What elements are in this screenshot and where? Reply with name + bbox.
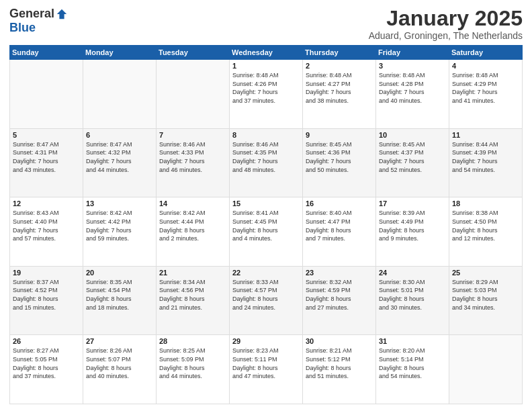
day-number: 12 xyxy=(13,199,80,208)
day-info: Sunrise: 8:46 AM Sunset: 4:33 PM Dayligh… xyxy=(159,140,226,174)
col-thursday: Thursday xyxy=(303,46,376,60)
calendar-week-row: 12Sunrise: 8:43 AM Sunset: 4:40 PM Dayli… xyxy=(10,197,523,267)
table-row: 2Sunrise: 8:48 AM Sunset: 4:27 PM Daylig… xyxy=(303,60,376,129)
day-info: Sunrise: 8:45 AM Sunset: 4:37 PM Dayligh… xyxy=(379,140,446,174)
day-number: 26 xyxy=(13,337,80,345)
day-number: 13 xyxy=(86,199,153,208)
day-number: 5 xyxy=(13,131,80,139)
table-row: 3Sunrise: 8:48 AM Sunset: 4:28 PM Daylig… xyxy=(376,60,449,129)
table-row: 27Sunrise: 8:26 AM Sunset: 5:07 PM Dayli… xyxy=(83,335,157,404)
day-number: 2 xyxy=(306,62,373,70)
table-row: 19Sunrise: 8:37 AM Sunset: 4:52 PM Dayli… xyxy=(10,266,83,335)
day-number: 6 xyxy=(86,131,153,139)
day-info: Sunrise: 8:20 AM Sunset: 5:14 PM Dayligh… xyxy=(379,347,446,380)
table-row: 6Sunrise: 8:47 AM Sunset: 4:32 PM Daylig… xyxy=(83,128,157,197)
table-row: 7Sunrise: 8:46 AM Sunset: 4:33 PM Daylig… xyxy=(157,128,230,197)
day-number: 31 xyxy=(379,337,446,345)
table-row: 30Sunrise: 8:21 AM Sunset: 5:12 PM Dayli… xyxy=(303,335,376,404)
day-number: 3 xyxy=(379,62,446,70)
day-number: 16 xyxy=(306,199,373,208)
table-row xyxy=(10,60,83,129)
day-info: Sunrise: 8:46 AM Sunset: 4:35 PM Dayligh… xyxy=(232,140,300,174)
calendar-week-row: 5Sunrise: 8:47 AM Sunset: 4:31 PM Daylig… xyxy=(10,128,523,197)
calendar-header-row: Sunday Monday Tuesday Wednesday Thursday… xyxy=(10,46,523,60)
day-info: Sunrise: 8:29 AM Sunset: 5:03 PM Dayligh… xyxy=(452,278,519,312)
svg-marker-0 xyxy=(57,9,66,18)
table-row: 10Sunrise: 8:45 AM Sunset: 4:37 PM Dayli… xyxy=(376,128,449,197)
day-info: Sunrise: 8:25 AM Sunset: 5:09 PM Dayligh… xyxy=(159,347,226,380)
day-info: Sunrise: 8:44 AM Sunset: 4:39 PM Dayligh… xyxy=(452,140,519,174)
table-row: 1Sunrise: 8:48 AM Sunset: 4:26 PM Daylig… xyxy=(230,60,303,129)
day-info: Sunrise: 8:41 AM Sunset: 4:45 PM Dayligh… xyxy=(232,209,300,242)
table-row: 11Sunrise: 8:44 AM Sunset: 4:39 PM Dayli… xyxy=(449,128,523,197)
day-number: 1 xyxy=(232,62,300,70)
table-row xyxy=(157,60,230,129)
table-row: 28Sunrise: 8:25 AM Sunset: 5:09 PM Dayli… xyxy=(157,335,230,404)
day-info: Sunrise: 8:23 AM Sunset: 5:11 PM Dayligh… xyxy=(232,347,300,380)
table-row: 12Sunrise: 8:43 AM Sunset: 4:40 PM Dayli… xyxy=(10,197,83,267)
day-number: 4 xyxy=(452,62,519,70)
day-number: 23 xyxy=(306,269,373,277)
header: General Blue January 2025 Aduard, Gronin… xyxy=(9,7,523,41)
col-monday: Monday xyxy=(83,46,157,60)
day-info: Sunrise: 8:37 AM Sunset: 4:52 PM Dayligh… xyxy=(13,278,80,312)
day-number: 19 xyxy=(13,269,80,277)
day-info: Sunrise: 8:33 AM Sunset: 4:57 PM Dayligh… xyxy=(232,278,300,312)
logo-icon xyxy=(56,8,68,20)
table-row: 16Sunrise: 8:40 AM Sunset: 4:47 PM Dayli… xyxy=(303,197,376,267)
day-info: Sunrise: 8:48 AM Sunset: 4:28 PM Dayligh… xyxy=(379,71,446,105)
table-row: 14Sunrise: 8:42 AM Sunset: 4:44 PM Dayli… xyxy=(157,197,230,267)
day-number: 25 xyxy=(452,269,519,277)
table-row: 24Sunrise: 8:30 AM Sunset: 5:01 PM Dayli… xyxy=(376,266,449,335)
page: General Blue January 2025 Aduard, Gronin… xyxy=(0,0,532,411)
logo-general: General xyxy=(9,7,54,21)
table-row: 29Sunrise: 8:23 AM Sunset: 5:11 PM Dayli… xyxy=(230,335,303,404)
table-row: 4Sunrise: 8:48 AM Sunset: 4:29 PM Daylig… xyxy=(449,60,523,129)
day-info: Sunrise: 8:26 AM Sunset: 5:07 PM Dayligh… xyxy=(86,347,153,380)
table-row: 22Sunrise: 8:33 AM Sunset: 4:57 PM Dayli… xyxy=(230,266,303,335)
table-row: 31Sunrise: 8:20 AM Sunset: 5:14 PM Dayli… xyxy=(376,335,449,404)
col-wednesday: Wednesday xyxy=(230,46,303,60)
day-info: Sunrise: 8:47 AM Sunset: 4:31 PM Dayligh… xyxy=(13,140,80,174)
calendar-week-row: 1Sunrise: 8:48 AM Sunset: 4:26 PM Daylig… xyxy=(10,60,523,129)
table-row: 17Sunrise: 8:39 AM Sunset: 4:49 PM Dayli… xyxy=(376,197,449,267)
calendar: Sunday Monday Tuesday Wednesday Thursday… xyxy=(9,45,523,404)
day-info: Sunrise: 8:38 AM Sunset: 4:50 PM Dayligh… xyxy=(452,209,519,242)
day-info: Sunrise: 8:32 AM Sunset: 4:59 PM Dayligh… xyxy=(306,278,373,312)
day-number: 29 xyxy=(232,337,300,345)
day-number: 30 xyxy=(306,337,373,345)
day-info: Sunrise: 8:42 AM Sunset: 4:42 PM Dayligh… xyxy=(86,209,153,242)
location: Aduard, Groningen, The Netherlands xyxy=(369,30,523,41)
table-row: 13Sunrise: 8:42 AM Sunset: 4:42 PM Dayli… xyxy=(83,197,157,267)
logo: General Blue xyxy=(9,7,68,35)
day-number: 17 xyxy=(379,199,446,208)
day-info: Sunrise: 8:42 AM Sunset: 4:44 PM Dayligh… xyxy=(159,209,226,242)
day-number: 11 xyxy=(452,131,519,139)
table-row xyxy=(83,60,157,129)
day-number: 27 xyxy=(86,337,153,345)
table-row: 18Sunrise: 8:38 AM Sunset: 4:50 PM Dayli… xyxy=(449,197,523,267)
day-info: Sunrise: 8:43 AM Sunset: 4:40 PM Dayligh… xyxy=(13,209,80,242)
day-info: Sunrise: 8:48 AM Sunset: 4:27 PM Dayligh… xyxy=(306,71,373,105)
table-row: 25Sunrise: 8:29 AM Sunset: 5:03 PM Dayli… xyxy=(449,266,523,335)
day-number: 24 xyxy=(379,269,446,277)
day-number: 22 xyxy=(232,269,300,277)
table-row: 5Sunrise: 8:47 AM Sunset: 4:31 PM Daylig… xyxy=(10,128,83,197)
table-row: 21Sunrise: 8:34 AM Sunset: 4:56 PM Dayli… xyxy=(157,266,230,335)
day-info: Sunrise: 8:34 AM Sunset: 4:56 PM Dayligh… xyxy=(159,278,226,312)
logo-blue: Blue xyxy=(9,21,36,34)
day-number: 9 xyxy=(306,131,373,139)
title-block: January 2025 Aduard, Groningen, The Neth… xyxy=(369,7,523,41)
day-number: 28 xyxy=(159,337,226,345)
col-sunday: Sunday xyxy=(10,46,83,60)
day-info: Sunrise: 8:30 AM Sunset: 5:01 PM Dayligh… xyxy=(379,278,446,312)
day-info: Sunrise: 8:40 AM Sunset: 4:47 PM Dayligh… xyxy=(306,209,373,242)
day-number: 18 xyxy=(452,199,519,208)
day-number: 21 xyxy=(159,269,226,277)
table-row xyxy=(449,335,523,404)
col-saturday: Saturday xyxy=(449,46,523,60)
table-row: 15Sunrise: 8:41 AM Sunset: 4:45 PM Dayli… xyxy=(230,197,303,267)
day-info: Sunrise: 8:45 AM Sunset: 4:36 PM Dayligh… xyxy=(306,140,373,174)
table-row: 8Sunrise: 8:46 AM Sunset: 4:35 PM Daylig… xyxy=(230,128,303,197)
table-row: 26Sunrise: 8:27 AM Sunset: 5:05 PM Dayli… xyxy=(10,335,83,404)
